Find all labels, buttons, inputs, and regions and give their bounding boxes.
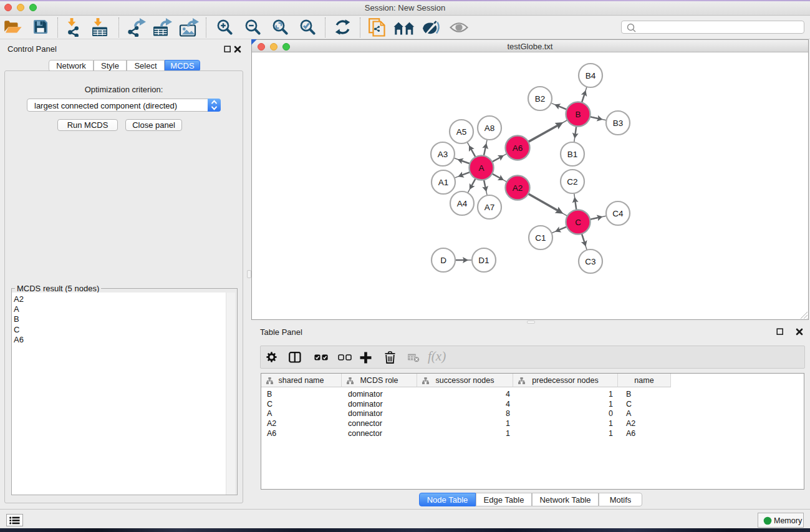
- svg-text:A2: A2: [513, 183, 523, 193]
- svg-text:C2: C2: [567, 177, 577, 186]
- svg-text:A6: A6: [513, 143, 523, 153]
- svg-text:A8: A8: [485, 123, 495, 133]
- svg-text:C4: C4: [612, 209, 624, 218]
- svg-text:B4: B4: [586, 71, 596, 80]
- svg-text:D: D: [440, 256, 446, 265]
- svg-text:C3: C3: [585, 257, 595, 266]
- svg-text:A7: A7: [485, 203, 495, 212]
- svg-text:A: A: [478, 163, 484, 173]
- svg-text:A4: A4: [457, 199, 468, 208]
- svg-text:A3: A3: [438, 150, 448, 159]
- svg-text:A5: A5: [456, 127, 467, 137]
- svg-text:C1: C1: [535, 233, 546, 243]
- svg-text:C: C: [575, 218, 581, 227]
- svg-text:B2: B2: [535, 94, 546, 104]
- svg-text:B: B: [575, 110, 581, 119]
- svg-text:D1: D1: [478, 256, 489, 265]
- svg-text:B3: B3: [613, 118, 624, 128]
- svg-text:A1: A1: [438, 178, 449, 187]
- svg-text:B1: B1: [567, 150, 578, 159]
